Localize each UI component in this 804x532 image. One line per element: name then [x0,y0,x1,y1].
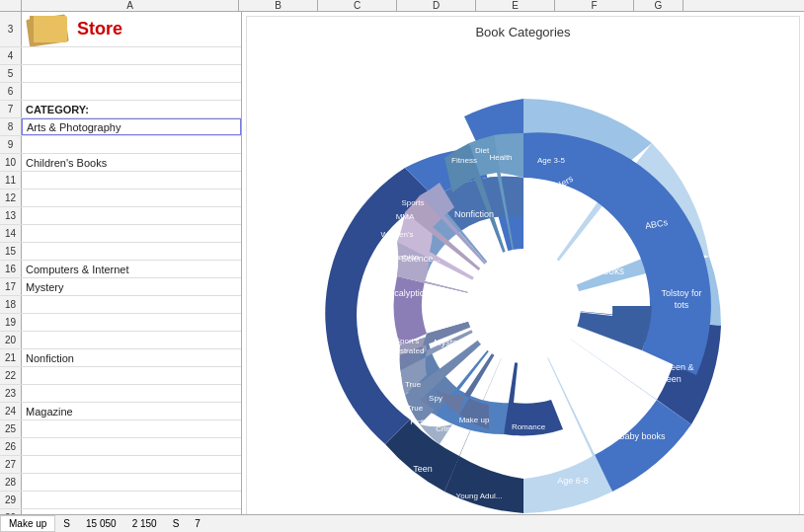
cell-a17[interactable]: Mystery [22,278,241,295]
label-diet: Diet [474,146,489,155]
table-row: 26 [0,438,241,456]
col-header-a[interactable]: A [22,0,239,11]
logo-cell: Store [22,12,241,46]
cell-a20[interactable] [22,332,241,348]
row-num-15: 15 [0,243,22,260]
row-num-6: 6 [0,83,22,100]
cell-a25[interactable] [22,420,241,437]
cell-a21[interactable]: Nonfiction [22,349,241,366]
label-preteen: Pre-Teen & [649,362,693,372]
row-num-3: 3 [0,12,22,46]
label-crime: Crime [436,424,457,433]
table-row: 22 [0,367,241,385]
label-childrensbooks: Children's [588,253,631,264]
row-num-22: 22 [0,367,22,384]
cell-a12[interactable] [22,190,241,206]
row-num-9: 9 [0,136,22,153]
table-row: 9 [0,136,241,154]
label-fitness: Fitness [451,156,477,165]
table-row: 10 Children's Books [0,154,241,172]
cell-a9[interactable] [22,136,241,153]
cell-a13[interactable] [22,207,241,224]
label-womens: Women's [380,230,413,239]
donut-chart: 1st Readers ABCs Tolstoy for tots Pre-Te… [306,89,741,513]
chart-area: Book Categories [246,16,800,532]
label-spy: Spy [429,394,442,403]
label-makeup: Make up [458,416,489,424]
cell-a24[interactable]: Magazine [22,403,241,419]
cell-a26[interactable] [22,438,241,455]
cell-a22[interactable] [22,367,241,384]
bottom-bar: Make up S 15 050 2 150 S 7 [0,514,804,532]
status-7: 7 [187,518,208,529]
col-header-c[interactable]: C [318,0,397,11]
row-num-5: 5 [0,65,22,82]
cell-a11[interactable] [22,172,241,189]
cell-a19[interactable] [22,314,241,331]
row-num-23: 23 [0,385,22,402]
cell-a14[interactable] [22,225,241,242]
table-row: 11 [0,172,241,190]
row-num-16: 16 [0,261,22,277]
chart-title: Book Categories [475,25,570,39]
cell-a8[interactable]: Arts & Photography [22,118,241,135]
row-num-24: 24 [0,403,22,419]
col-header-b[interactable]: B [239,0,318,11]
table-row: 17 Mystery [0,278,241,296]
row-num-17: 17 [0,278,22,295]
cell-a18[interactable] [22,296,241,313]
label-breakup: Break up [487,432,520,441]
label-sportsillustrated2: Illustrated [389,346,424,355]
table-row: 19 [0,314,241,332]
table-row: 12 [0,190,241,207]
label-sports: Sports [401,198,424,207]
label-childrensbooks2: Books [597,266,624,276]
status-s: S [55,518,78,529]
row-num-12: 12 [0,190,22,206]
row-num-13: 13 [0,207,22,224]
col-header-f[interactable]: F [555,0,634,11]
row-num-19: 19 [0,314,22,331]
table-row: 23 [0,385,241,403]
table-row: 21 Nonfiction [0,349,241,367]
col-header-g[interactable]: G [634,0,683,11]
row-num-21: 21 [0,349,22,366]
cell-a7[interactable]: CATEGORY: [22,101,241,117]
tab-makeup[interactable]: Make up [0,515,55,532]
row-num-7: 7 [0,101,22,117]
table-row: 7 CATEGORY: [0,101,241,118]
corner-cell [0,0,22,11]
label-preteen2: Teen [662,374,682,384]
label-age35: Age 3-5 [536,156,565,165]
row-num-11: 11 [0,172,22,189]
table-row: 20 [0,332,241,349]
cell-a28[interactable] [22,474,241,491]
col-header-d[interactable]: D [397,0,476,11]
row-num-26: 26 [0,438,22,455]
col-header-e[interactable]: E [476,0,555,11]
book-icon [26,13,73,46]
table-row: 15 [0,243,241,261]
cell-a4[interactable] [22,47,241,64]
svg-rect-2 [30,16,34,42]
table-row: 5 [0,65,241,83]
cell-a29[interactable] [22,492,241,508]
label-health: Health [489,153,512,162]
store-label: Store [77,19,122,39]
label-babybooks: Baby books [618,431,666,441]
cell-a5[interactable] [22,65,241,82]
cell-a16[interactable]: Computers & Internet [22,261,241,277]
svg-rect-1 [30,16,67,42]
cell-a15[interactable] [22,243,241,260]
row-num-10: 10 [0,154,22,171]
label-true1: True [404,380,421,389]
label-teen: Teen [413,464,433,474]
label-magazine: Magazine [446,298,485,308]
cell-a10[interactable]: Children's Books [22,154,241,171]
label-mma: MMA [395,212,414,221]
label-youngadults: Young Adul... [455,492,502,500]
cell-a27[interactable] [22,456,241,473]
cell-a23[interactable] [22,385,241,402]
cell-a6[interactable] [22,83,241,100]
content-area: 3 Store 4 5 [0,12,804,532]
